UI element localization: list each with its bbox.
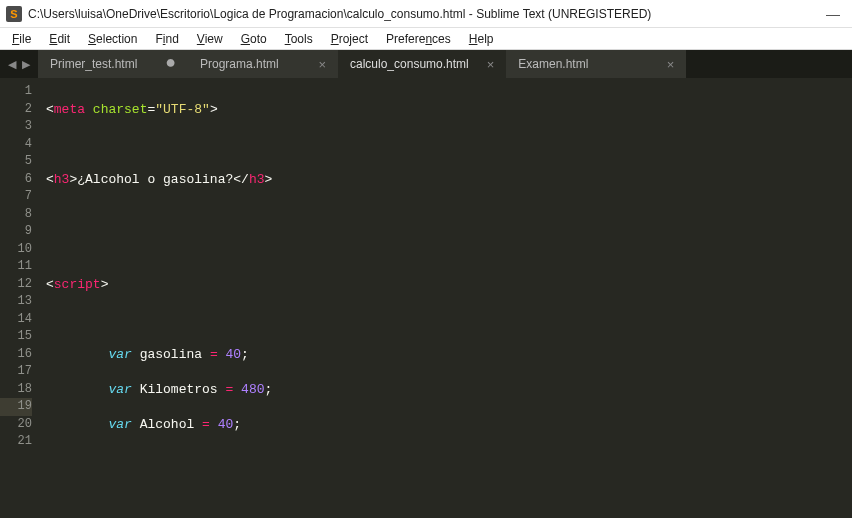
line-number: 20: [0, 416, 32, 434]
line-number: 3: [0, 118, 32, 136]
menu-file[interactable]: File: [4, 30, 39, 48]
gutter: 123456789101112131415161718192021: [0, 78, 42, 518]
menu-help[interactable]: Help: [461, 30, 502, 48]
minimize-button[interactable]: —: [826, 6, 840, 22]
tab-label: Primer_test.html: [50, 57, 137, 71]
menu-preferences[interactable]: Preferences: [378, 30, 459, 48]
line-number: 7: [0, 188, 32, 206]
editor-area: ◀ ▶ Primer_test.html ● Programa.html × c…: [0, 50, 852, 518]
minimap[interactable]: [824, 78, 852, 518]
line-number: 13: [0, 293, 32, 311]
line-number: 17: [0, 363, 32, 381]
tab-label: Examen.html: [518, 57, 588, 71]
code-content[interactable]: <meta charset="UTF-8"> <h3>¿Alcohol o ga…: [42, 78, 824, 518]
tab-label: calculo_consumo.html: [350, 57, 469, 71]
line-number: 6: [0, 171, 32, 189]
menu-selection[interactable]: Selection: [80, 30, 145, 48]
line-number: 16: [0, 346, 32, 364]
tab-examen[interactable]: Examen.html ×: [506, 50, 686, 78]
menu-edit[interactable]: Edit: [41, 30, 78, 48]
close-icon[interactable]: ×: [667, 57, 675, 72]
line-number: 10: [0, 241, 32, 259]
line-number: 19: [0, 398, 32, 416]
nav-left-icon[interactable]: ◀: [8, 58, 16, 71]
close-icon[interactable]: ×: [487, 57, 495, 72]
line-number: 1: [0, 83, 32, 101]
line-number: 14: [0, 311, 32, 329]
titlebar: S C:\Users\luisa\OneDrive\Escritorio\Log…: [0, 0, 852, 28]
line-number: 2: [0, 101, 32, 119]
line-number: 9: [0, 223, 32, 241]
window-title: C:\Users\luisa\OneDrive\Escritorio\Logic…: [28, 7, 826, 21]
line-number: 18: [0, 381, 32, 399]
menu-goto[interactable]: Goto: [233, 30, 275, 48]
menu-tools[interactable]: Tools: [277, 30, 321, 48]
code-area[interactable]: 123456789101112131415161718192021 <meta …: [0, 78, 852, 518]
tab-primer-test[interactable]: Primer_test.html ●: [38, 50, 188, 78]
menu-project[interactable]: Project: [323, 30, 376, 48]
close-icon[interactable]: ×: [318, 57, 326, 72]
nav-right-icon[interactable]: ▶: [22, 58, 30, 71]
line-number: 21: [0, 433, 32, 451]
line-number: 4: [0, 136, 32, 154]
menubar: File Edit Selection Find View Goto Tools…: [0, 28, 852, 50]
menu-view[interactable]: View: [189, 30, 231, 48]
tab-calculo-consumo[interactable]: calculo_consumo.html ×: [338, 50, 506, 78]
tabbar: ◀ ▶ Primer_test.html ● Programa.html × c…: [0, 50, 852, 78]
line-number: 11: [0, 258, 32, 276]
tab-programa[interactable]: Programa.html ×: [188, 50, 338, 78]
line-number: 12: [0, 276, 32, 294]
line-number: 5: [0, 153, 32, 171]
line-number: 15: [0, 328, 32, 346]
tab-label: Programa.html: [200, 57, 279, 71]
menu-find[interactable]: Find: [147, 30, 186, 48]
line-number: 8: [0, 206, 32, 224]
app-icon: S: [6, 6, 22, 22]
